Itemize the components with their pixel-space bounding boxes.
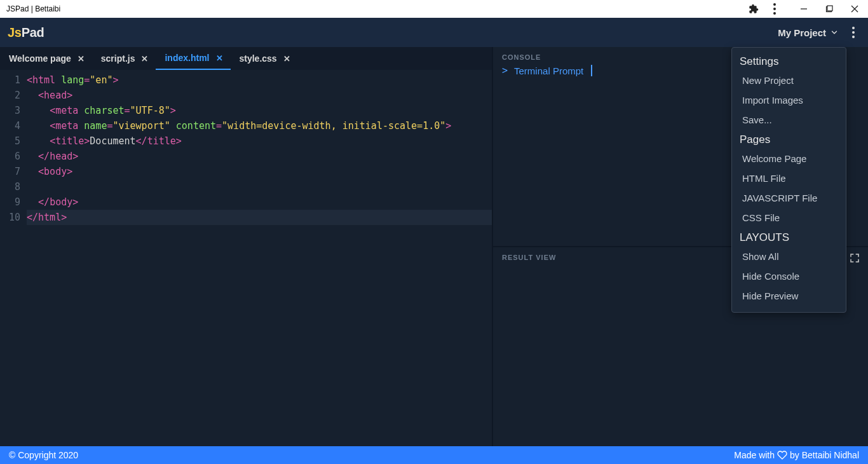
line-number: 1: [0, 72, 20, 88]
code-line[interactable]: </head>: [27, 149, 492, 164]
line-number: 4: [0, 118, 20, 133]
close-icon[interactable]: ✕: [282, 53, 292, 65]
code-line[interactable]: <head>: [27, 88, 492, 103]
copyright-text: © Copyright 2020: [9, 450, 78, 460]
menu-item-new-project[interactable]: New Project: [732, 71, 846, 90]
code-line[interactable]: <html lang="en">: [27, 72, 492, 88]
logo-prefix: Js: [8, 25, 22, 39]
tab-label: style.css: [240, 53, 277, 64]
header-right: My Project: [778, 27, 859, 38]
menu-heading-layouts: LAYOUTS: [732, 228, 846, 247]
line-number: 5: [0, 133, 20, 149]
menu-item-css-file[interactable]: CSS File: [732, 208, 846, 228]
code-line[interactable]: </body>: [27, 194, 492, 210]
footer: © Copyright 2020 Made with by Bettaibi N…: [0, 446, 868, 464]
close-window-button[interactable]: [850, 4, 859, 13]
footer-credit: Made with by Bettaibi Nidhal: [734, 450, 859, 460]
menu-item-javascript-file[interactable]: JAVASCRIPT File: [732, 188, 846, 208]
menu-item-html-file[interactable]: HTML File: [732, 168, 846, 188]
prompt-symbol: >: [502, 65, 508, 76]
code-line[interactable]: </html>: [27, 210, 492, 225]
app-menu-button[interactable]: [848, 27, 859, 38]
line-number: 7: [0, 164, 20, 179]
made-with-suffix: by Bettaibi Nidhal: [790, 450, 859, 460]
tab-script-js[interactable]: script.js✕: [92, 47, 156, 70]
line-number: 8: [0, 179, 20, 194]
tab-bar: Welcome page✕script.js✕index.html✕style.…: [0, 47, 492, 70]
code-line[interactable]: <body>: [27, 164, 492, 179]
app-header: JsPad My Project: [0, 18, 868, 47]
prompt-text: Terminal Prompt: [514, 65, 583, 76]
window-controls: [799, 4, 859, 13]
menu-item-import-images[interactable]: Import Images: [732, 90, 846, 110]
code-lines[interactable]: <html lang="en"> <head> <meta charset="U…: [27, 72, 492, 446]
main-layout: Welcome page✕script.js✕index.html✕style.…: [0, 47, 868, 446]
menu-item-show-all[interactable]: Show All: [732, 247, 846, 266]
menu-item-hide-preview[interactable]: Hide Preview: [732, 286, 846, 306]
code-line[interactable]: <title>Document</title>: [27, 133, 492, 149]
tab-label: index.html: [165, 53, 209, 63]
line-number: 6: [0, 149, 20, 164]
menu-item-save-[interactable]: Save...: [732, 110, 846, 130]
heart-icon: [777, 450, 787, 460]
code-editor[interactable]: 12345678910 <html lang="en"> <head> <met…: [0, 70, 492, 446]
line-number: 10: [0, 210, 20, 225]
close-icon[interactable]: ✕: [76, 53, 86, 65]
menu-item-hide-console[interactable]: Hide Console: [732, 266, 846, 286]
project-selector[interactable]: My Project: [778, 27, 839, 38]
app-logo: JsPad: [8, 25, 44, 40]
menu-heading-settings: Settings: [732, 51, 846, 71]
menu-heading-pages: Pages: [732, 130, 846, 149]
window-title: JSPad | Bettaibi: [6, 4, 60, 13]
line-number: 2: [0, 88, 20, 103]
titlebar-controls: [749, 3, 865, 15]
menu-item-welcome-page[interactable]: Welcome Page: [732, 149, 846, 168]
tab-label: script.js: [101, 53, 135, 64]
project-label: My Project: [778, 27, 826, 38]
line-number: 9: [0, 194, 20, 210]
maximize-button[interactable]: [825, 4, 834, 13]
tab-style-css[interactable]: style.css✕: [231, 47, 298, 70]
made-with-prefix: Made with: [734, 450, 775, 460]
fullscreen-icon[interactable]: [849, 252, 860, 264]
extension-icon[interactable]: [749, 4, 759, 14]
line-number: 3: [0, 103, 20, 118]
os-titlebar: JSPad | Bettaibi: [0, 0, 868, 18]
browser-menu-icon[interactable]: [769, 3, 780, 15]
logo-suffix: Pad: [22, 25, 44, 39]
code-line[interactable]: <meta charset="UTF-8">: [27, 103, 492, 118]
line-number-gutter: 12345678910: [0, 72, 27, 446]
tab-index-html[interactable]: index.html✕: [156, 47, 230, 70]
editor-panel: Welcome page✕script.js✕index.html✕style.…: [0, 47, 493, 446]
settings-dropdown[interactable]: SettingsNew ProjectImport ImagesSave...P…: [731, 47, 846, 313]
chevron-down-icon: [830, 28, 839, 37]
code-line[interactable]: <meta name="viewport" content="width=dev…: [27, 118, 492, 133]
svg-rect-2: [827, 6, 832, 11]
close-icon[interactable]: ✕: [140, 53, 149, 65]
code-line[interactable]: [27, 179, 492, 194]
close-icon[interactable]: ✕: [215, 52, 224, 64]
tab-label: Welcome page: [9, 53, 71, 64]
prompt-cursor: [591, 65, 592, 76]
tab-welcome-page[interactable]: Welcome page✕: [0, 47, 92, 70]
minimize-button[interactable]: [799, 4, 808, 13]
